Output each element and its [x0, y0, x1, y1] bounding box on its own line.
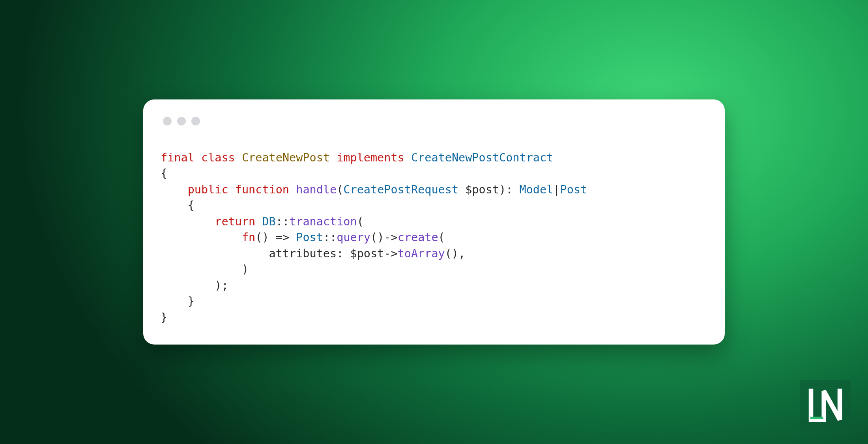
kw-function: function	[235, 183, 289, 196]
comma: ,	[458, 247, 465, 260]
query-parens: ()	[370, 231, 384, 244]
post-var: $post	[350, 247, 384, 260]
toarray-parens: ()	[445, 247, 458, 260]
param-var: $post	[465, 183, 499, 196]
dbl-colon-2: ::	[323, 231, 337, 244]
brand-logo	[800, 380, 851, 431]
contract-name: CreateNewPostContract	[411, 151, 553, 164]
named-colon: :	[337, 247, 350, 260]
paren-open-2: (	[357, 215, 364, 228]
kw-final: final	[161, 151, 195, 164]
traffic-light-zoom-icon	[191, 117, 200, 126]
traffic-light-close-icon	[163, 117, 172, 126]
fn-handle: handle	[296, 183, 337, 196]
fn-toarray: toArray	[398, 247, 445, 260]
brace-open-2: {	[188, 199, 195, 212]
fn-query: query	[337, 231, 370, 244]
post-class: Post	[296, 231, 323, 244]
brace-close-2: }	[188, 295, 195, 308]
kw-return: return	[215, 215, 255, 228]
paren-close-3: )	[242, 263, 249, 276]
dbl-colon: ::	[276, 215, 289, 228]
fat-arrow: =>	[276, 231, 289, 244]
thin-arrow: ->	[384, 231, 397, 244]
fn-tranaction: tranaction	[289, 215, 357, 228]
code-window: final class CreateNewPost implements Cre…	[143, 99, 725, 345]
colon: :	[506, 183, 519, 196]
ln-logo-icon	[806, 386, 844, 424]
code-block: final class CreateNewPost implements Cre…	[161, 150, 707, 326]
param-type: CreatePostRequest	[343, 183, 458, 196]
paren-close: )	[499, 183, 506, 196]
window-titlebar	[161, 114, 707, 126]
svg-rect-0	[810, 417, 823, 419]
kw-fn: fn	[242, 231, 255, 244]
brace-open: {	[161, 167, 167, 180]
fn-create: create	[398, 231, 438, 244]
fn-empty-parens: ()	[255, 231, 269, 244]
kw-class: class	[201, 151, 235, 164]
paren-close-semi: );	[215, 279, 228, 292]
kw-public: public	[188, 183, 228, 196]
paren-open-3: (	[438, 231, 445, 244]
thin-arrow-2: ->	[384, 247, 397, 260]
brace-close: }	[161, 311, 167, 324]
ret-model: Model	[520, 183, 554, 196]
paren-open: (	[337, 183, 343, 196]
ret-post: Post	[560, 183, 587, 196]
class-name: CreateNewPost	[242, 151, 330, 164]
named-arg: attributes	[269, 247, 337, 260]
db-class: DB	[262, 215, 275, 228]
kw-implements: implements	[337, 151, 404, 164]
pipe: |	[553, 183, 560, 196]
traffic-light-minimize-icon	[177, 117, 186, 126]
